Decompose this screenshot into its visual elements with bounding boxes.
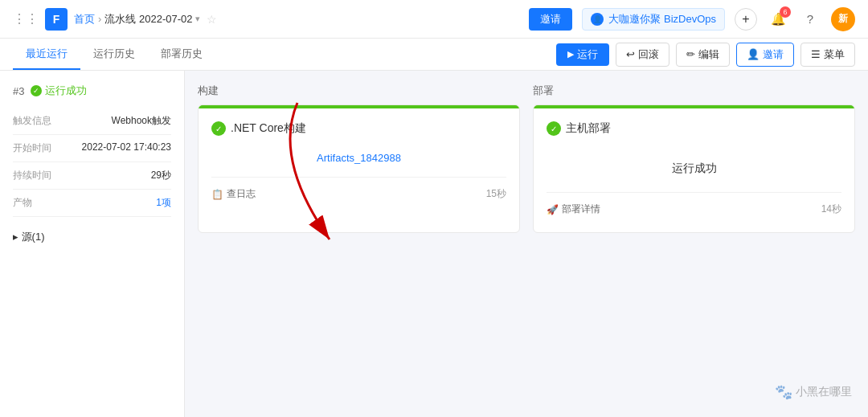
deploy-section: 部署 主机部署 运行成功 🚀 部署详情 14秒 <box>533 84 855 404</box>
build-card: .NET Core构建 Artifacts_1842988 📋 查日志 15秒 <box>198 104 520 233</box>
right-panel: 构建 .NET Core构建 Artifacts_1842988 📋 查日志 1 <box>185 71 868 417</box>
deploy-detail-link[interactable]: 🚀 部署详情 <box>547 202 600 216</box>
deploy-footer: 🚀 部署详情 14秒 <box>547 192 841 216</box>
source-label: ▸ 源(1) <box>13 230 45 244</box>
info-row-trigger: 触发信息 Webhook触发 <box>13 108 171 135</box>
build-title-text: .NET Core构建 <box>231 121 306 136</box>
top-navigation: ⋮⋮ F 首页 › 流水线 2022-07-02 ▾ ☆ 邀请 👤 大咖邀你聚 … <box>0 0 868 39</box>
run-button[interactable]: ▶ 运行 <box>556 43 609 66</box>
log-link[interactable]: 📋 查日志 <box>211 187 256 201</box>
nav-right: 邀请 👤 大咖邀你聚 BizDevOps + 🔔 6 ? 新 <box>529 7 855 31</box>
build-label: 构建 <box>198 84 520 98</box>
breadcrumb-separator: › <box>98 13 101 25</box>
start-time-value: 2022-07-02 17:40:23 <box>82 141 171 153</box>
tab-actions: ▶ 运行 ↩ 回滚 ✏ 编辑 👤 邀请 ☰ 菜单 <box>556 43 855 67</box>
source-section: ▸ 源(1) <box>13 230 171 244</box>
duration-label: 持续时间 <box>13 169 51 182</box>
deploy-label: 部署 <box>533 84 855 98</box>
tab-deploy-history[interactable]: 部署历史 <box>148 39 215 70</box>
deploy-title-text: 主机部署 <box>566 121 611 136</box>
deploy-success-icon <box>547 121 561 136</box>
edit-icon: ✏ <box>686 48 695 60</box>
build-title: .NET Core构建 <box>211 121 506 136</box>
nav-left: ⋮⋮ F 首页 › 流水线 2022-07-02 ▾ ☆ <box>13 8 217 31</box>
build-section: 构建 .NET Core构建 Artifacts_1842988 📋 查日志 1 <box>198 84 520 404</box>
build-footer: 📋 查日志 15秒 <box>211 177 506 201</box>
favorite-icon[interactable]: ☆ <box>207 13 217 26</box>
main-content: #3 运行成功 触发信息 Webhook触发 开始时间 2022-07-02 1… <box>0 71 868 417</box>
status-success: 运行成功 <box>31 84 87 98</box>
grid-icon[interactable]: ⋮⋮ <box>13 11 39 27</box>
plus-button[interactable]: + <box>735 8 757 31</box>
info-table: 触发信息 Webhook触发 开始时间 2022-07-02 17:40:23 … <box>13 108 171 217</box>
help-button[interactable]: ? <box>799 8 821 31</box>
log-icon: 📋 <box>211 189 223 200</box>
deploy-status: 运行成功 <box>547 152 841 192</box>
tab-recent-run[interactable]: 最近运行 <box>13 39 80 70</box>
deploy-card: 主机部署 运行成功 🚀 部署详情 14秒 <box>533 104 855 233</box>
source-toggle[interactable]: ▸ 源(1) <box>13 230 171 244</box>
success-dot-icon <box>31 85 42 96</box>
deploy-title: 主机部署 <box>547 121 841 136</box>
left-panel: #3 运行成功 触发信息 Webhook触发 开始时间 2022-07-02 1… <box>0 71 185 417</box>
deploy-icon: 🚀 <box>547 204 559 215</box>
tab-run-history[interactable]: 运行历史 <box>80 39 148 70</box>
artifact-label: 产物 <box>13 196 32 210</box>
watermark: 🐾 小黑在哪里 <box>775 383 852 401</box>
trigger-label: 触发信息 <box>13 114 51 128</box>
notification-badge: 6 <box>780 6 791 18</box>
notification-button[interactable]: 🔔 6 <box>767 8 789 31</box>
chevron-down-icon[interactable]: ▾ <box>195 14 200 24</box>
sub-navigation: 最近运行 运行历史 部署历史 ▶ 运行 ↩ 回滚 ✏ 编辑 👤 邀请 ☰ 菜单 <box>0 39 868 71</box>
info-row-start-time: 开始时间 2022-07-02 17:40:23 <box>13 135 171 162</box>
team-label: 大咖邀你聚 BizDevOps <box>608 12 716 27</box>
build-time: 15秒 <box>486 187 506 201</box>
menu-icon: ☰ <box>811 48 821 60</box>
start-time-label: 开始时间 <box>13 141 51 155</box>
breadcrumb-home[interactable]: 首页 <box>74 12 95 27</box>
watermark-text: 小黑在哪里 <box>796 385 852 399</box>
run-number: #3 <box>13 85 24 97</box>
deploy-time: 14秒 <box>821 202 841 216</box>
breadcrumb-current: 流水线 2022-07-02 <box>104 12 192 27</box>
run-number-row: #3 运行成功 <box>13 84 171 98</box>
team-icon: 👤 <box>591 13 604 26</box>
build-success-icon <box>211 121 226 136</box>
deploy-card-body: 主机部署 运行成功 🚀 部署详情 14秒 <box>534 108 854 229</box>
info-row-duration: 持续时间 29秒 <box>13 162 171 190</box>
logo[interactable]: F <box>45 8 68 31</box>
watermark-icon: 🐾 <box>775 383 792 401</box>
build-card-body: .NET Core构建 Artifacts_1842988 📋 查日志 15秒 <box>199 108 519 214</box>
artifact-value[interactable]: 1项 <box>156 196 171 210</box>
play-icon: ▶ <box>567 49 574 59</box>
info-row-artifact: 产物 1项 <box>13 190 171 217</box>
breadcrumb: 首页 › 流水线 2022-07-02 ▾ <box>74 12 200 27</box>
artifact-link[interactable]: Artifacts_1842988 <box>211 152 506 164</box>
tab-group: 最近运行 运行历史 部署历史 <box>13 39 215 70</box>
team-button[interactable]: 👤 大咖邀你聚 BizDevOps <box>582 8 725 31</box>
top-invite-button[interactable]: 邀请 <box>529 8 572 31</box>
trigger-value: Webhook触发 <box>112 114 171 128</box>
rollback-button[interactable]: ↩ 回滚 <box>616 43 669 67</box>
duration-value: 29秒 <box>151 169 171 182</box>
status-label: 运行成功 <box>45 84 87 98</box>
menu-button[interactable]: ☰ 菜单 <box>800 43 855 67</box>
invite-icon: 👤 <box>747 48 760 60</box>
avatar[interactable]: 新 <box>831 7 855 31</box>
edit-button[interactable]: ✏ 编辑 <box>676 43 730 67</box>
rollback-icon: ↩ <box>626 48 635 60</box>
invite-button[interactable]: 👤 邀请 <box>736 43 794 67</box>
